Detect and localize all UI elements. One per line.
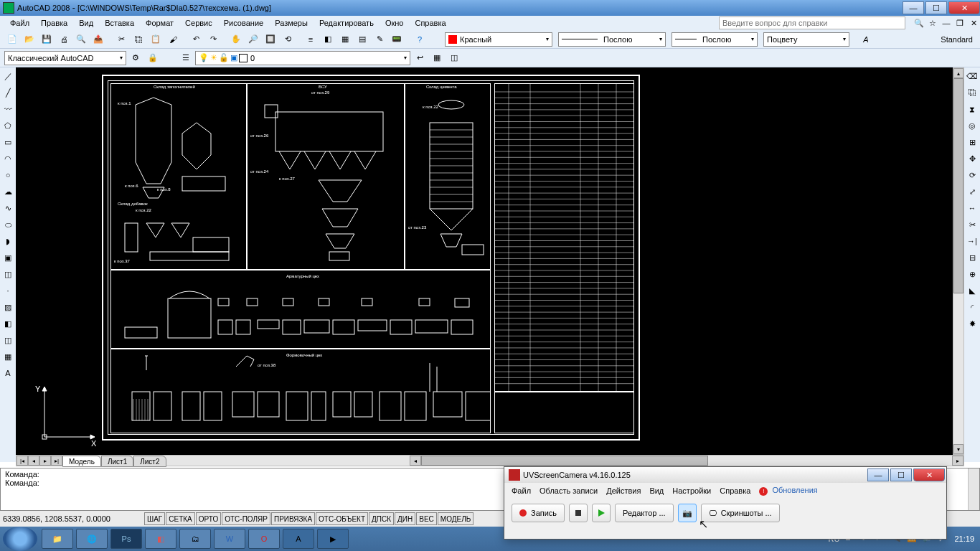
color-dropdown[interactable]: Красный▾ [445, 32, 552, 47]
calc-icon[interactable]: 📟 [389, 32, 405, 47]
task-uvscreencamera[interactable]: ▶ [317, 529, 349, 549]
mode-otrack[interactable]: ОТС-ОБЪЕКТ [316, 512, 368, 525]
trim-icon[interactable]: ✂ [965, 217, 979, 232]
hscroll-left-icon[interactable]: ◂ [410, 456, 421, 466]
polygon-icon[interactable]: ⬠ [1, 118, 15, 133]
copy2-icon[interactable]: ⿻ [965, 85, 979, 100]
help-icon[interactable]: ? [412, 32, 428, 47]
tab-layout1[interactable]: Лист1 [101, 456, 133, 467]
maximize-button[interactable]: ☐ [925, 1, 947, 14]
task-explorer[interactable]: 📁 [42, 529, 73, 549]
mode-dyn[interactable]: ДИН [395, 512, 415, 525]
print-icon[interactable]: 🖨 [56, 32, 72, 47]
tab-last-icon[interactable]: ▸| [51, 456, 62, 466]
spline-icon[interactable]: ∿ [1, 201, 15, 215]
chamfer-icon[interactable]: ◣ [965, 283, 979, 298]
task-word[interactable]: W [214, 529, 245, 549]
mode-ducs[interactable]: ДПСК [369, 512, 394, 525]
insert-icon[interactable]: ▣ [1, 250, 15, 265]
hscroll-thumb[interactable] [421, 456, 708, 466]
ssm-icon[interactable]: ▤ [354, 32, 370, 47]
match-icon[interactable]: 🖌 [165, 32, 181, 47]
uv-editor-button[interactable]: Редактор ... [615, 504, 674, 522]
uv-maximize-button[interactable]: ☐ [890, 468, 912, 481]
textstyle-label[interactable]: Standard [941, 35, 973, 44]
open-icon[interactable]: 📂 [22, 32, 37, 47]
vscroll-up-icon[interactable]: ▴ [953, 68, 963, 78]
xline-icon[interactable]: ╱ [1, 85, 15, 100]
tab-first-icon[interactable]: |◂ [17, 456, 28, 466]
mode-lwt[interactable]: ВЕС [416, 512, 437, 525]
explode-icon[interactable]: ✸ [965, 316, 979, 331]
layer-prev-icon[interactable]: ↩ [412, 50, 428, 66]
plotstyle-dropdown[interactable]: Поцвету▾ [763, 32, 849, 47]
fillet-icon[interactable]: ◜ [965, 300, 979, 314]
scale-icon[interactable]: ⤢ [965, 184, 979, 199]
uv-menu-settings[interactable]: Настройки [669, 486, 714, 495]
uv-record-button[interactable]: Запись [512, 504, 565, 522]
menu-modify[interactable]: Редактировать [314, 17, 380, 29]
tab-layout2[interactable]: Лист2 [133, 456, 166, 467]
ellipse-icon[interactable]: ⬭ [1, 217, 15, 232]
menu-window[interactable]: Окно [380, 17, 410, 29]
undo-icon[interactable]: ↶ [188, 32, 204, 47]
stretch-icon[interactable]: ↔ [965, 201, 979, 215]
pline-icon[interactable]: 〰 [1, 102, 15, 116]
mtext-icon[interactable]: A [1, 366, 15, 380]
minimize-button[interactable]: — [903, 1, 924, 14]
task-opera[interactable]: O [248, 529, 280, 549]
tab-next-icon[interactable]: ▸ [39, 456, 51, 466]
layer-iso-icon[interactable]: ◫ [446, 50, 462, 66]
ws-lock-icon[interactable]: 🔒 [145, 50, 161, 66]
save-icon[interactable]: 💾 [39, 32, 55, 47]
mdi-restore-icon[interactable]: ❐ [953, 17, 966, 29]
vscroll-thumb[interactable] [953, 78, 963, 293]
mode-ortho[interactable]: ОРТО [196, 512, 221, 525]
start-button[interactable] [3, 527, 37, 551]
zoom-prev-icon[interactable]: ⟲ [280, 32, 296, 47]
erase-icon[interactable]: ⌫ [965, 69, 979, 83]
menu-insert[interactable]: Вставка [99, 17, 140, 29]
uv-menu-view[interactable]: Вид [646, 486, 666, 495]
line-icon[interactable]: ／ [1, 69, 15, 83]
props-icon[interactable]: ≡ [303, 32, 319, 47]
mode-grid[interactable]: СЕТКА [166, 512, 195, 525]
zoom-rt-icon[interactable]: 🔎 [245, 32, 261, 47]
new-icon[interactable]: 📄 [4, 32, 20, 47]
menu-dim[interactable]: Размеры [269, 17, 314, 29]
redo-icon[interactable]: ↷ [205, 32, 221, 47]
hatch-icon[interactable]: ▨ [1, 300, 15, 314]
mode-model[interactable]: МОДЕЛЬ [438, 512, 473, 525]
rotate-icon[interactable]: ⟳ [965, 168, 979, 182]
lineweight-dropdown[interactable]: Послою▾ [672, 32, 758, 47]
recent-icon[interactable]: ☆ [926, 17, 939, 29]
offset-icon[interactable]: ◎ [965, 118, 979, 133]
pan-icon[interactable]: ✋ [228, 32, 244, 47]
uv-menu-area[interactable]: Область записи [537, 486, 600, 495]
dc-icon[interactable]: ◧ [320, 32, 336, 47]
workspace-dropdown[interactable]: Классический AutoCAD▾ [4, 51, 126, 65]
markup-icon[interactable]: ✎ [372, 32, 387, 47]
task-explorer2[interactable]: 🗂 [179, 529, 211, 549]
revcloud-icon[interactable]: ☁ [1, 184, 15, 199]
tp-icon[interactable]: ▦ [337, 32, 353, 47]
array-icon[interactable]: ⊞ [965, 135, 979, 149]
menu-help[interactable]: Справка [409, 17, 451, 29]
menu-format[interactable]: Формат [140, 17, 179, 29]
block-icon[interactable]: ◫ [1, 267, 15, 281]
layer-state-icon[interactable]: ▦ [429, 50, 445, 66]
close-button[interactable]: ✕ [948, 1, 980, 14]
uv-play-button[interactable] [592, 504, 611, 522]
preview-icon[interactable]: 🔍 [73, 32, 89, 47]
tray-clock[interactable]: 21:19 [954, 534, 974, 543]
tab-model[interactable]: Модель [62, 456, 101, 467]
menu-service[interactable]: Сервис [179, 17, 218, 29]
break-icon[interactable]: ⊟ [965, 250, 979, 265]
arc-icon[interactable]: ◠ [1, 151, 15, 166]
menu-edit[interactable]: Правка [35, 17, 73, 29]
mirror-icon[interactable]: ⧗ [965, 102, 979, 116]
copy-icon[interactable]: ⿻ [131, 32, 146, 47]
join-icon[interactable]: ⊕ [965, 267, 979, 281]
menu-file[interactable]: Файл [4, 17, 35, 29]
zoom-win-icon[interactable]: 🔲 [263, 32, 278, 47]
